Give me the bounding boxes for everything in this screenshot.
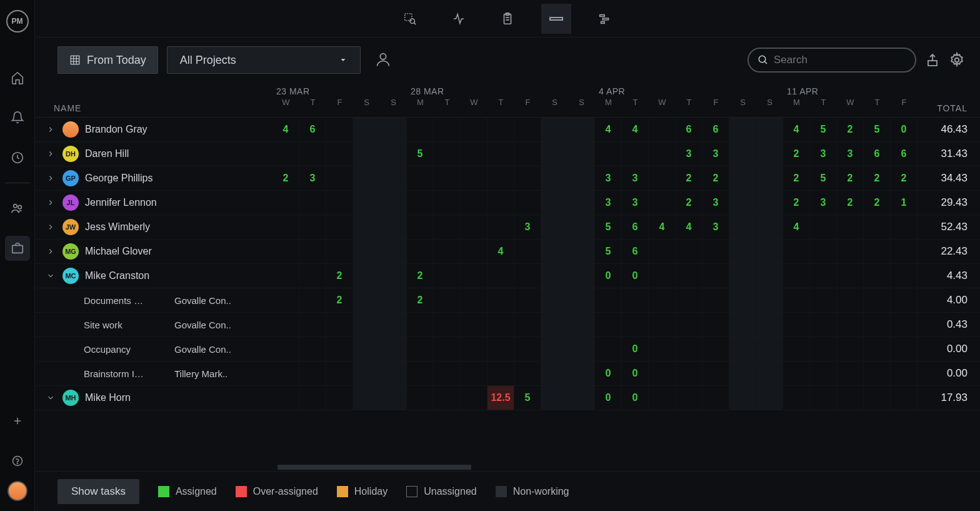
workload-cell[interactable] bbox=[783, 288, 810, 312]
workload-cell[interactable] bbox=[783, 240, 810, 263]
workload-cell[interactable]: 3 bbox=[810, 142, 837, 166]
workload-cell[interactable]: 6 bbox=[676, 118, 702, 141]
gantt-icon[interactable] bbox=[590, 4, 620, 34]
workload-cell[interactable]: 2 bbox=[326, 264, 353, 288]
workload-cell[interactable]: 4 bbox=[649, 215, 676, 239]
workload-cell[interactable] bbox=[353, 142, 380, 166]
horizontal-scrollbar[interactable] bbox=[278, 465, 471, 470]
workload-cell[interactable]: 4 bbox=[595, 118, 622, 141]
workload-cell[interactable] bbox=[514, 142, 541, 166]
workload-cell[interactable] bbox=[272, 337, 299, 361]
workload-cell[interactable] bbox=[272, 264, 299, 288]
home-icon[interactable] bbox=[5, 65, 30, 90]
workload-cell[interactable] bbox=[407, 215, 434, 239]
workload-cell[interactable] bbox=[837, 288, 864, 312]
chevron-right-icon[interactable] bbox=[46, 198, 56, 207]
workload-cell[interactable] bbox=[676, 288, 702, 312]
workload-cell[interactable]: 4 bbox=[783, 118, 810, 141]
workload-cell[interactable] bbox=[568, 362, 595, 385]
workload-cell[interactable] bbox=[595, 142, 622, 166]
workload-cell[interactable] bbox=[649, 288, 676, 312]
workload-cell[interactable] bbox=[541, 142, 568, 166]
workload-cell[interactable]: 3 bbox=[702, 142, 729, 166]
workload-cell[interactable] bbox=[541, 288, 568, 312]
workload-cell[interactable] bbox=[891, 362, 918, 385]
workload-cell[interactable] bbox=[702, 362, 729, 385]
workload-cell[interactable] bbox=[407, 166, 434, 190]
workload-cell[interactable] bbox=[729, 386, 756, 410]
workload-cell[interactable] bbox=[272, 288, 299, 312]
workload-cell[interactable] bbox=[488, 215, 514, 239]
workload-cell[interactable] bbox=[568, 118, 595, 141]
workload-cell[interactable] bbox=[434, 215, 461, 239]
workload-cell[interactable] bbox=[891, 386, 918, 410]
workload-cell[interactable] bbox=[568, 142, 595, 166]
workload-cell[interactable] bbox=[434, 362, 461, 385]
workload-cell[interactable] bbox=[353, 166, 380, 190]
workload-cell[interactable]: 5 bbox=[514, 386, 541, 410]
workload-cell[interactable] bbox=[649, 386, 676, 410]
person-filter-icon[interactable] bbox=[374, 51, 392, 70]
workload-cell[interactable] bbox=[702, 337, 729, 361]
chevron-down-icon[interactable] bbox=[46, 393, 56, 402]
workload-cell[interactable] bbox=[756, 142, 783, 166]
workload-cell[interactable] bbox=[272, 191, 299, 215]
workload-cell[interactable] bbox=[810, 288, 837, 312]
workload-cell[interactable] bbox=[353, 362, 380, 385]
chevron-right-icon[interactable] bbox=[46, 247, 56, 256]
workload-cell[interactable]: 4 bbox=[676, 215, 702, 239]
workload-cell[interactable]: 3 bbox=[702, 215, 729, 239]
workload-cell[interactable] bbox=[595, 313, 622, 336]
workload-cell[interactable] bbox=[326, 215, 353, 239]
workload-cell[interactable] bbox=[380, 118, 407, 141]
workload-cell[interactable] bbox=[488, 191, 514, 215]
workload-cell[interactable] bbox=[514, 288, 541, 312]
add-icon[interactable] bbox=[5, 408, 30, 433]
workload-cell[interactable]: 0 bbox=[595, 386, 622, 410]
workload-cell[interactable]: 2 bbox=[783, 142, 810, 166]
workload-cell[interactable] bbox=[729, 142, 756, 166]
workload-cell[interactable] bbox=[380, 142, 407, 166]
workload-cell[interactable] bbox=[488, 142, 514, 166]
workload-cell[interactable] bbox=[299, 386, 326, 410]
workload-cell[interactable]: 3 bbox=[837, 142, 864, 166]
workload-cell[interactable]: 2 bbox=[676, 191, 702, 215]
person-name[interactable]: Mike Cranston bbox=[85, 270, 149, 281]
workload-cell[interactable] bbox=[729, 264, 756, 288]
person-name[interactable]: Mike Horn bbox=[85, 392, 131, 403]
workload-cell[interactable] bbox=[568, 240, 595, 263]
workload-cell[interactable] bbox=[783, 337, 810, 361]
workload-cell[interactable] bbox=[326, 142, 353, 166]
workload-cell[interactable] bbox=[756, 215, 783, 239]
workload-cell[interactable] bbox=[864, 288, 891, 312]
workload-cell[interactable] bbox=[729, 288, 756, 312]
workload-cell[interactable] bbox=[783, 313, 810, 336]
workload-cell[interactable]: 3 bbox=[299, 166, 326, 190]
workload-cell[interactable]: 6 bbox=[702, 118, 729, 141]
workload-cell[interactable] bbox=[461, 288, 488, 312]
workload-cell[interactable] bbox=[783, 264, 810, 288]
workload-cell[interactable] bbox=[783, 362, 810, 385]
workload-cell[interactable] bbox=[488, 362, 514, 385]
workload-cell[interactable] bbox=[837, 264, 864, 288]
person-name[interactable]: George Phillips bbox=[85, 173, 153, 184]
chevron-right-icon[interactable] bbox=[46, 149, 56, 158]
workload-cell[interactable] bbox=[272, 313, 299, 336]
workload-cell[interactable] bbox=[810, 313, 837, 336]
project-filter-dropdown[interactable]: All Projects bbox=[167, 46, 361, 74]
workload-cell[interactable] bbox=[541, 118, 568, 141]
workload-cell[interactable] bbox=[461, 118, 488, 141]
workload-cell[interactable] bbox=[514, 337, 541, 361]
history-icon[interactable] bbox=[5, 145, 30, 170]
workload-cell[interactable] bbox=[541, 386, 568, 410]
workload-cell[interactable] bbox=[756, 191, 783, 215]
workload-cell[interactable] bbox=[380, 288, 407, 312]
workload-cell[interactable] bbox=[326, 337, 353, 361]
workload-cell[interactable] bbox=[326, 118, 353, 141]
workload-cell[interactable] bbox=[461, 313, 488, 336]
workload-cell[interactable] bbox=[380, 313, 407, 336]
workload-cell[interactable] bbox=[810, 215, 837, 239]
workload-cell[interactable]: 3 bbox=[622, 166, 649, 190]
notifications-icon[interactable] bbox=[5, 105, 30, 130]
workload-cell[interactable] bbox=[756, 264, 783, 288]
